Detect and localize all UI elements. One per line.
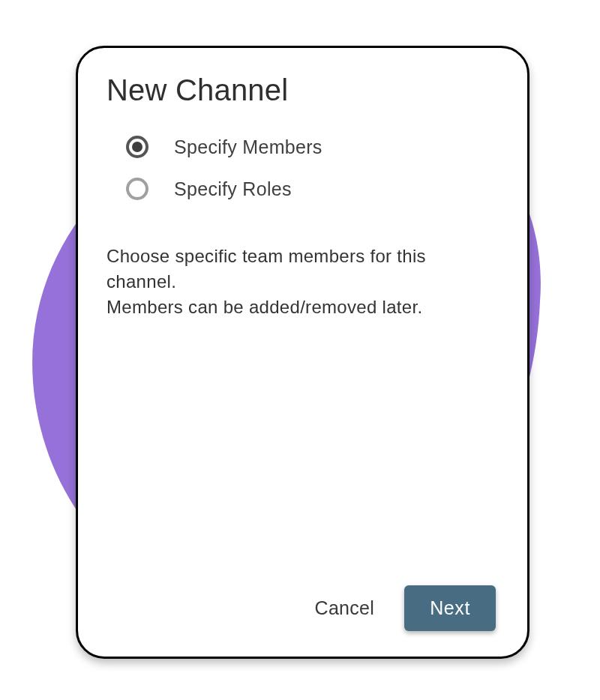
dialog-button-row: Cancel Next: [106, 585, 499, 636]
radio-specify-roles[interactable]: Specify Roles: [126, 178, 499, 200]
radio-selected-icon: [126, 136, 148, 158]
radio-unselected-icon: [126, 178, 148, 200]
description-text: Choose specific team members for this ch…: [106, 244, 499, 320]
cancel-button[interactable]: Cancel: [312, 591, 378, 625]
radio-label: Specify Members: [174, 136, 322, 158]
radio-label: Specify Roles: [174, 178, 292, 200]
specify-radio-group: Specify Members Specify Roles: [106, 136, 499, 200]
dialog-title: New Channel: [106, 73, 499, 107]
next-button[interactable]: Next: [404, 585, 496, 631]
new-channel-dialog: New Channel Specify Members Specify Role…: [76, 46, 530, 659]
radio-specify-members[interactable]: Specify Members: [126, 136, 499, 158]
